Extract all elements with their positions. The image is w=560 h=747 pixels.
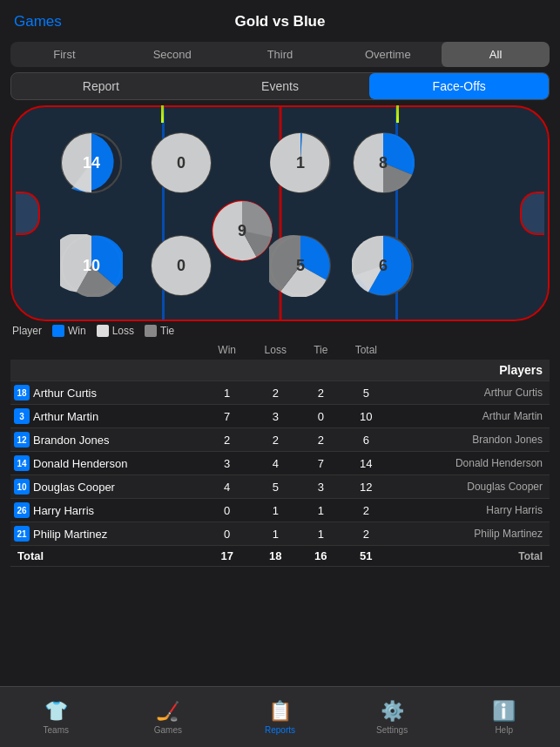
table-row: 26Harry Harris0112Harry Harris bbox=[10, 499, 550, 522]
legend-win-label: Win bbox=[68, 325, 86, 337]
table-row: 14Donald Henderson34714Donald Henderson bbox=[10, 452, 550, 475]
win-swatch bbox=[52, 325, 64, 337]
faceoff-top-right2: 1 bbox=[269, 131, 332, 194]
stats-section: Win Loss Tie Total Players 18Arthur Curt… bbox=[10, 340, 550, 567]
tab-all[interactable]: All bbox=[442, 42, 550, 67]
tie-swatch bbox=[145, 325, 157, 337]
page-title: Gold vs Blue bbox=[235, 13, 326, 30]
svg-text:5: 5 bbox=[296, 257, 305, 274]
rink: 14 0 1 bbox=[10, 105, 550, 321]
faceoff-bottom-left2: 0 bbox=[150, 234, 213, 297]
bottom-nav: 👕 Teams 🏒 Games 📋 Reports ⚙️ Settings ℹ️… bbox=[0, 686, 560, 747]
loss-swatch bbox=[97, 325, 109, 337]
nav-games[interactable]: 🏒 Games bbox=[112, 700, 225, 735]
nav-reports-label: Reports bbox=[265, 725, 295, 735]
back-button[interactable]: Games bbox=[14, 13, 62, 30]
player-cell: 21Philip Martinez bbox=[10, 522, 205, 546]
legend-win: Win bbox=[52, 325, 86, 337]
nav-help-label: Help bbox=[495, 725, 513, 735]
faceoff-center: 9 bbox=[211, 199, 273, 262]
legend-tie: Tie bbox=[145, 325, 174, 337]
games-icon: 🏒 bbox=[156, 700, 179, 723]
faceoff-bottom-left: 10 bbox=[60, 234, 123, 297]
faceoff-top-left2: 0 bbox=[150, 131, 213, 194]
reports-icon: 📋 bbox=[268, 700, 292, 723]
faceoff-bottom-right: 6 bbox=[352, 234, 415, 297]
player-cell: 10Douglas Cooper bbox=[10, 475, 205, 499]
col-loss: Loss bbox=[250, 340, 301, 360]
teams-icon: 👕 bbox=[44, 700, 68, 723]
table-row: 12Brandon Jones2226Brandon Jones bbox=[10, 428, 550, 452]
table-row: 3Arthur Martin73010Arthur Martin bbox=[10, 405, 550, 428]
nav-help[interactable]: ℹ️ Help bbox=[448, 700, 560, 735]
segment-faceoffs[interactable]: Face-Offs bbox=[369, 73, 549, 99]
nav-teams-label: Teams bbox=[44, 725, 69, 735]
col-name-right bbox=[392, 340, 550, 360]
table-row: 21Philip Martinez0112Philip Martinez bbox=[10, 522, 550, 546]
svg-text:8: 8 bbox=[379, 154, 388, 172]
legend-tie-label: Tie bbox=[160, 325, 174, 337]
nav-settings[interactable]: ⚙️ Settings bbox=[336, 700, 449, 735]
legend-loss-label: Loss bbox=[112, 325, 134, 337]
table-header-row: Win Loss Tie Total bbox=[10, 340, 550, 360]
player-cell: 26Harry Harris bbox=[10, 499, 205, 522]
segment-control: Report Events Face-Offs bbox=[10, 72, 550, 100]
settings-icon: ⚙️ bbox=[381, 700, 404, 723]
nav-games-label: Games bbox=[154, 725, 182, 735]
legend-player-label: Player bbox=[12, 325, 42, 337]
svg-text:14: 14 bbox=[83, 154, 100, 172]
legend-loss: Loss bbox=[97, 325, 134, 337]
nav-settings-label: Settings bbox=[376, 725, 408, 735]
player-cell: 3Arthur Martin bbox=[10, 405, 205, 428]
help-icon: ℹ️ bbox=[492, 700, 516, 723]
svg-text:0: 0 bbox=[177, 257, 186, 274]
crease-left bbox=[16, 192, 40, 235]
legend: Player Win Loss Tie bbox=[12, 325, 548, 337]
svg-text:0: 0 bbox=[177, 154, 186, 172]
tab-first[interactable]: First bbox=[10, 42, 118, 67]
faceoff-bottom-right2: 5 bbox=[269, 234, 332, 297]
nav-reports[interactable]: 📋 Reports bbox=[224, 700, 336, 735]
col-win: Win bbox=[205, 340, 250, 360]
player-cell: 18Arthur Curtis bbox=[10, 381, 205, 405]
svg-text:1: 1 bbox=[296, 154, 305, 172]
crease-right bbox=[520, 192, 544, 235]
table-section-header: Players bbox=[10, 360, 550, 381]
period-tabs: First Second Third Overtime All bbox=[10, 42, 550, 67]
faceoff-top-left: 14 bbox=[60, 131, 123, 194]
zone-line-right bbox=[396, 105, 399, 123]
faceoff-top-right: 8 bbox=[352, 131, 415, 194]
svg-text:9: 9 bbox=[238, 222, 246, 239]
tab-overtime[interactable]: Overtime bbox=[334, 42, 442, 67]
svg-text:10: 10 bbox=[83, 257, 100, 274]
col-player bbox=[10, 340, 205, 360]
segment-events[interactable]: Events bbox=[191, 73, 370, 99]
table-row: 10Douglas Cooper45312Douglas Cooper bbox=[10, 475, 550, 499]
segment-report[interactable]: Report bbox=[11, 73, 191, 99]
col-tie: Tie bbox=[301, 340, 341, 360]
total-row: Total 17 18 16 51 Total bbox=[10, 546, 550, 567]
player-cell: 12Brandon Jones bbox=[10, 428, 205, 452]
stats-table: Win Loss Tie Total Players 18Arthur Curt… bbox=[10, 340, 550, 567]
tab-second[interactable]: Second bbox=[118, 42, 226, 67]
table-row: 18Arthur Curtis1225Arthur Curtis bbox=[10, 381, 550, 405]
rink-container: Offensive Neutral Defensive bbox=[10, 105, 550, 321]
tab-third[interactable]: Third bbox=[226, 42, 334, 67]
zone-line-left bbox=[161, 105, 164, 123]
nav-teams[interactable]: 👕 Teams bbox=[0, 700, 112, 735]
top-nav: Games Gold vs Blue bbox=[0, 0, 560, 38]
col-total: Total bbox=[341, 340, 392, 360]
svg-text:6: 6 bbox=[379, 257, 388, 274]
player-cell: 14Donald Henderson bbox=[10, 452, 205, 475]
